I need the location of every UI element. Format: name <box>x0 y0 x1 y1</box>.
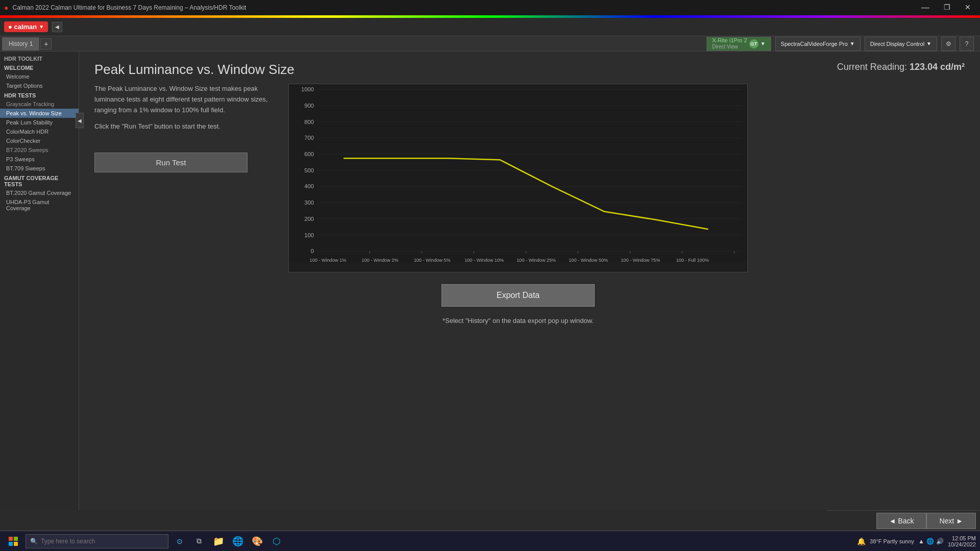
search-input[interactable] <box>41 538 164 545</box>
settings-icon: ⚙ <box>946 40 951 47</box>
taskbar-clock[interactable]: 12:05 PM 10/24/2022 <box>948 535 976 547</box>
help-button[interactable]: ? <box>960 37 974 51</box>
svg-text:100 - Window  1%: 100 - Window 1% <box>310 258 347 263</box>
svg-rect-39 <box>9 537 13 541</box>
next-button[interactable]: Next ► <box>926 513 976 529</box>
sidebar-item-uhdap3-gamut[interactable]: UHDA-P3 Gamut Coverage <box>0 197 79 213</box>
app-toolbar: ● calman ▼ ◀ <box>0 18 980 36</box>
taskbar-right: 🔔 38°F Partly sunny ▲ 🌐 🔊 12:05 PM 10/24… <box>857 535 976 547</box>
tabs-bar: History 1 + X-Rite i1Pro 2 Direct View i… <box>0 36 980 52</box>
sidebar-item-colorchecker[interactable]: ColorChecker <box>0 136 79 145</box>
svg-text:100 - Window 10%: 100 - Window 10% <box>464 258 504 263</box>
taskbar-app1-button[interactable]: 🎨 <box>249 533 265 549</box>
sidebar-section-welcome: Welcome <box>0 63 79 72</box>
sidebar-item-grayscale-tracking[interactable]: Grayscale Tracking <box>0 99 79 109</box>
sidebar-item-peak-lum-stability[interactable]: Peak Lum Stability <box>0 118 79 127</box>
sidebar-item-bt2020-gamut[interactable]: BT.2020 Gamut Coverage <box>0 188 79 197</box>
display-dropdown-icon[interactable]: ▼ <box>926 41 932 46</box>
taskbar-edge-button[interactable]: 🌐 <box>230 533 246 549</box>
svg-text:0: 0 <box>311 248 314 254</box>
svg-text:300: 300 <box>304 199 314 206</box>
search-icon: 🔍 <box>30 538 38 545</box>
svg-text:100 - Window  5%: 100 - Window 5% <box>414 258 451 263</box>
spectra-label: SpectraCalVideoForge Pro <box>781 41 848 47</box>
restore-button[interactable]: ❐ <box>939 3 955 12</box>
spectra-dropdown-icon[interactable]: ▼ <box>850 41 855 46</box>
titlebar-controls[interactable]: — ❐ ✕ <box>916 3 976 12</box>
taskbar-volume-icon[interactable]: 🔊 <box>936 538 944 545</box>
current-reading: Current Reading: 123.04 cd/m² <box>837 62 965 72</box>
taskbar-system-icons: ▲ 🌐 🔊 <box>918 538 944 545</box>
taskbar-explorer-button[interactable]: 📁 <box>210 533 227 549</box>
taskbar-notification-icon[interactable]: 🔔 <box>857 537 866 545</box>
history-note: *Select "History" on the data export pop… <box>288 317 748 324</box>
tab-label: History 1 <box>9 40 33 47</box>
svg-text:800: 800 <box>304 119 314 125</box>
calman-logo[interactable]: ● calman ▼ <box>4 21 48 32</box>
xrite-label: X-Rite i1Pro 2 <box>712 37 747 44</box>
sidebar-item-colormatch-hdr[interactable]: ColorMatch HDR <box>0 127 79 136</box>
sidebar-item-bt2020-sweeps[interactable]: BT.2020 Sweeps <box>0 145 79 155</box>
run-test-button[interactable]: Run Test <box>94 153 248 172</box>
svg-text:1000: 1000 <box>301 86 314 92</box>
taskbar-network-icon[interactable]: 🌐 <box>926 538 934 545</box>
svg-text:900: 900 <box>304 103 314 109</box>
sidebar-section-hdr-tests: HDR Tests <box>0 90 79 99</box>
xrite-instrument-button[interactable]: X-Rite i1Pro 2 Direct View i1T ▼ <box>706 37 771 51</box>
svg-text:100 - Full  100%: 100 - Full 100% <box>676 258 709 263</box>
svg-text:100 - Window 75%: 100 - Window 75% <box>621 258 660 263</box>
chart-container: 1000 900 800 700 600 500 400 300 200 100… <box>288 84 748 324</box>
titlebar-title: Calman 2022 Calman Ultimate for Business… <box>12 4 246 11</box>
taskbar-search-box[interactable]: 🔍 <box>26 534 168 548</box>
display-control-button[interactable]: Direct Display Control ▼ <box>865 37 937 51</box>
svg-rect-41 <box>9 542 13 546</box>
taskbar-cortana-button[interactable]: ⊙ <box>172 533 188 549</box>
start-button[interactable] <box>4 532 22 550</box>
description: The Peak Luminance vs. Window Size test … <box>94 84 273 132</box>
sidebar-hdr-toolkit-label: HDR Toolkit <box>0 54 79 63</box>
titlebar-left: ● Calman 2022 Calman Ultimate for Busine… <box>4 4 246 12</box>
page-title: Peak Luminance vs. Window Size <box>94 62 295 78</box>
xrite-sublabel: Direct View <box>712 44 747 50</box>
title-bar: ● Calman 2022 Calman Ultimate for Busine… <box>0 0 980 15</box>
svg-rect-42 <box>14 542 18 546</box>
taskbar-weather: 38°F Partly sunny <box>870 538 914 544</box>
svg-text:100: 100 <box>304 232 314 238</box>
svg-text:100 - Window  2%: 100 - Window 2% <box>362 258 399 263</box>
sidebar-item-p3-sweeps[interactable]: P3 Sweeps <box>0 155 79 164</box>
nav-back-arrow[interactable]: ◀ <box>52 22 62 32</box>
svg-text:100 - Window 25%: 100 - Window 25% <box>517 258 556 263</box>
sidebar-item-peak-window-size[interactable]: Peak vs. Window Size <box>0 109 79 118</box>
tab-add-button[interactable]: + <box>40 38 52 49</box>
svg-text:500: 500 <box>304 167 314 173</box>
svg-text:700: 700 <box>304 135 314 141</box>
nav-buttons: ◄ Back Next ► <box>827 510 980 531</box>
svg-text:400: 400 <box>304 183 314 189</box>
minimize-button[interactable]: — <box>916 3 935 12</box>
chart: 1000 900 800 700 600 500 400 300 200 100… <box>288 84 748 272</box>
logo-dropdown-arrow[interactable]: ▼ <box>39 24 44 30</box>
settings-button[interactable]: ⚙ <box>941 37 955 51</box>
sidebar-collapse-button[interactable]: ◀ <box>76 113 84 128</box>
tab-history1[interactable]: History 1 <box>2 37 39 51</box>
sidebar-item-target-options[interactable]: Target Options <box>0 81 79 90</box>
taskbar: 🔍 ⊙ ⧉ 📁 🌐 🎨 ⬡ 🔔 38°F Partly sunny ▲ 🌐 🔊 … <box>0 531 980 551</box>
spectra-button[interactable]: SpectraCalVideoForge Pro ▼ <box>775 37 861 51</box>
xrite-badge: i1T <box>749 39 758 48</box>
logo-text: ● calman <box>8 23 37 31</box>
display-label: Direct Display Control <box>870 41 924 47</box>
sidebar-item-welcome[interactable]: Welcome <box>0 72 79 81</box>
main-content: Peak Luminance vs. Window Size Current R… <box>79 52 980 510</box>
taskbar-nvidia-icon[interactable]: ▲ <box>918 538 924 545</box>
svg-text:600: 600 <box>304 151 314 157</box>
sidebar-section-gamut: Gamut Coverage Tests <box>0 173 79 188</box>
export-data-button[interactable]: Export Data <box>442 284 595 307</box>
sidebar: HDR Toolkit Welcome Welcome Target Optio… <box>0 52 79 510</box>
taskbar-taskview-button[interactable]: ⧉ <box>191 533 207 549</box>
xrite-dropdown-icon[interactable]: ▼ <box>761 41 766 46</box>
svg-text:200: 200 <box>304 216 314 222</box>
sidebar-item-bt709-sweeps[interactable]: BT.709 Sweeps <box>0 164 79 173</box>
close-button[interactable]: ✕ <box>960 3 976 12</box>
taskbar-app2-button[interactable]: ⬡ <box>268 533 285 549</box>
back-button[interactable]: ◄ Back <box>876 513 927 529</box>
